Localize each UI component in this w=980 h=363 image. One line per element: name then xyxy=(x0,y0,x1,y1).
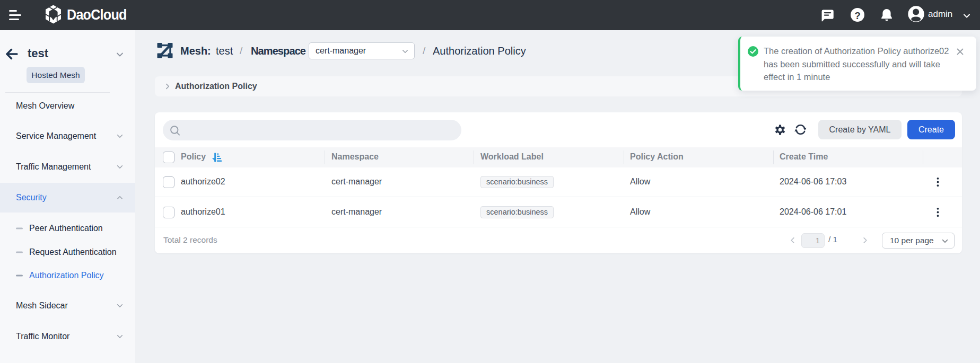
svg-text:?: ? xyxy=(854,10,861,21)
